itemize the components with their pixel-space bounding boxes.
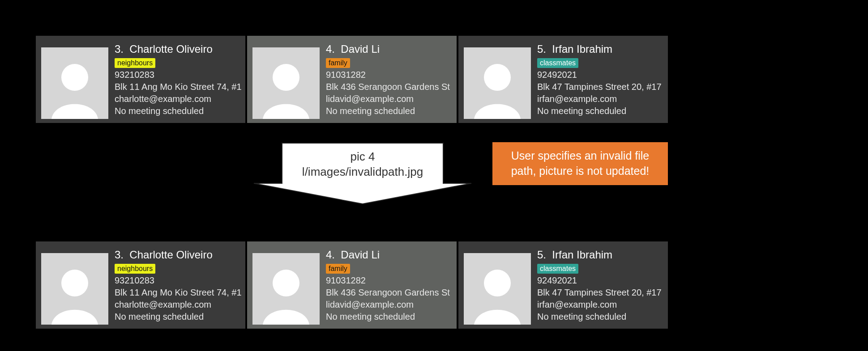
contact-email: charlotte@example.com xyxy=(115,299,242,311)
contact-details: 3. Charlotte Oliveiro neighbours 9321028… xyxy=(115,40,242,118)
contact-name: Charlotte Oliveiro xyxy=(129,43,212,55)
person-icon xyxy=(41,260,108,325)
contact-phone: 93210283 xyxy=(115,69,242,81)
contact-phone: 92492021 xyxy=(537,275,662,287)
svg-point-0 xyxy=(61,64,88,91)
contact-tag: neighbours xyxy=(115,58,155,68)
contact-tag: classmates xyxy=(537,264,578,274)
contact-details: 5. Irfan Ibrahim classmates 92492021 Blk… xyxy=(537,40,662,118)
contact-meeting: No meeting scheduled xyxy=(115,105,242,117)
svg-point-5 xyxy=(484,270,511,296)
contact-email: irfan@example.com xyxy=(537,299,662,311)
contact-card[interactable]: 5. Irfan Ibrahim classmates 92492021 Blk… xyxy=(458,241,668,329)
command-line-2: l/images/invalidpath.jpg xyxy=(253,165,472,180)
person-icon xyxy=(464,260,531,325)
contact-row-before: 3. Charlotte Oliveiro neighbours 9321028… xyxy=(36,36,668,123)
contact-row-after: 3. Charlotte Oliveiro neighbours 9321028… xyxy=(36,241,668,329)
contact-index: 4. xyxy=(326,43,335,55)
avatar xyxy=(464,253,531,325)
contact-name: Charlotte Oliveiro xyxy=(129,249,212,261)
svg-point-3 xyxy=(61,270,88,296)
contact-index: 4. xyxy=(326,249,335,261)
contact-name: David Li xyxy=(341,43,380,55)
contact-index: 5. xyxy=(537,43,546,55)
contact-tag: neighbours xyxy=(115,264,155,274)
contact-address: Blk 47 Tampines Street 20, #17 xyxy=(537,287,662,299)
contact-phone: 91031282 xyxy=(326,69,450,81)
contact-card[interactable]: 3. Charlotte Oliveiro neighbours 9321028… xyxy=(36,36,245,123)
contact-phone: 93210283 xyxy=(115,275,242,287)
contact-address: Blk 47 Tampines Street 20, #17 xyxy=(537,81,662,93)
command-text: pic 4 l/images/invalidpath.jpg xyxy=(253,149,472,180)
svg-point-1 xyxy=(273,64,299,91)
contact-name: David Li xyxy=(341,249,380,261)
contact-card[interactable]: 5. Irfan Ibrahim classmates 92492021 Blk… xyxy=(458,36,668,123)
contact-name: Irfan Ibrahim xyxy=(552,249,612,261)
avatar xyxy=(464,47,531,119)
avatar xyxy=(41,253,108,325)
contact-index: 5. xyxy=(537,249,546,261)
person-icon xyxy=(464,55,531,119)
annotation-text: User specifies an invalid file path, pic… xyxy=(499,148,662,179)
contact-meeting: No meeting scheduled xyxy=(326,311,450,323)
person-icon xyxy=(252,55,320,119)
contact-meeting: No meeting scheduled xyxy=(326,105,450,117)
contact-tag: family xyxy=(326,264,350,274)
avatar xyxy=(41,47,108,119)
contact-tag: classmates xyxy=(537,58,578,68)
contact-card-selected[interactable]: 4. David Li family 91031282 Blk 436 Sera… xyxy=(247,36,457,123)
contact-address: Blk 436 Serangoon Gardens St xyxy=(326,81,450,93)
person-icon xyxy=(41,55,108,119)
contact-address: Blk 11 Ang Mo Kio Street 74, #1 xyxy=(115,81,242,93)
contact-index: 3. xyxy=(115,249,124,261)
svg-point-4 xyxy=(273,270,299,296)
contact-card-selected[interactable]: 4. David Li family 91031282 Blk 436 Sera… xyxy=(247,241,457,329)
annotation-callout: User specifies an invalid file path, pic… xyxy=(492,142,668,185)
contact-card[interactable]: 3. Charlotte Oliveiro neighbours 9321028… xyxy=(36,241,245,329)
contact-email: irfan@example.com xyxy=(537,93,662,105)
contact-address: Blk 11 Ang Mo Kio Street 74, #1 xyxy=(115,287,242,299)
contact-email: lidavid@example.com xyxy=(326,93,450,105)
contact-meeting: No meeting scheduled xyxy=(115,311,242,323)
contact-details: 4. David Li family 91031282 Blk 436 Sera… xyxy=(326,246,450,324)
contact-details: 4. David Li family 91031282 Blk 436 Sera… xyxy=(326,40,450,118)
command-line-1: pic 4 xyxy=(253,149,472,165)
avatar xyxy=(252,47,320,119)
contact-email: charlotte@example.com xyxy=(115,93,242,105)
contact-meeting: No meeting scheduled xyxy=(537,311,662,323)
contact-index: 3. xyxy=(115,43,124,55)
contact-phone: 92492021 xyxy=(537,69,662,81)
avatar xyxy=(252,253,320,325)
contact-details: 5. Irfan Ibrahim classmates 92492021 Blk… xyxy=(537,246,662,324)
contact-tag: family xyxy=(326,58,350,68)
contact-name: Irfan Ibrahim xyxy=(552,43,612,55)
contact-phone: 91031282 xyxy=(326,275,450,287)
contact-email: lidavid@example.com xyxy=(326,299,450,311)
contact-meeting: No meeting scheduled xyxy=(537,105,662,117)
svg-point-2 xyxy=(484,64,511,91)
command-arrow: pic 4 l/images/invalidpath.jpg xyxy=(253,142,472,205)
person-icon xyxy=(252,260,320,325)
contact-details: 3. Charlotte Oliveiro neighbours 9321028… xyxy=(115,246,242,324)
contact-address: Blk 436 Serangoon Gardens St xyxy=(326,287,450,299)
